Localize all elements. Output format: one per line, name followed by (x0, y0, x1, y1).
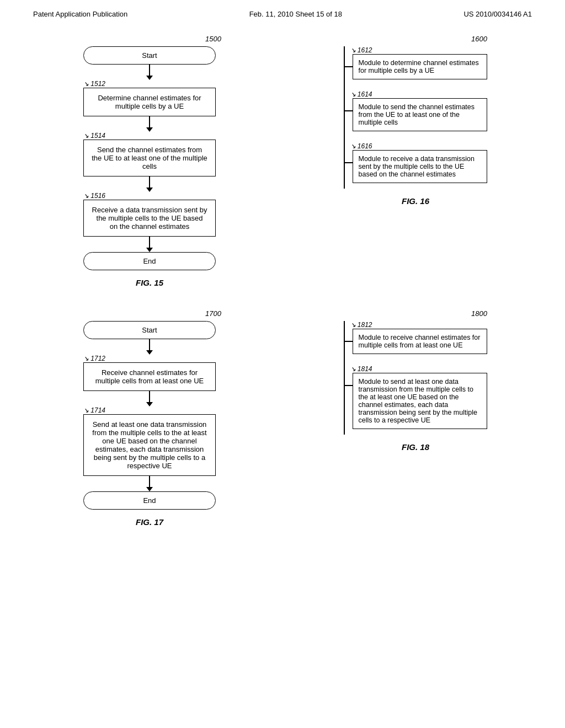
fig18-tick2 (345, 385, 353, 386)
fig15-caption: FIG. 15 (136, 278, 163, 287)
fig16-module3-box: Module to receive a data transmission se… (353, 150, 488, 183)
step1712-label: ↘ 1712 (83, 355, 105, 362)
fig18-diagram: 1800 ↘ 1812 Module (299, 309, 532, 452)
fig16-module1-wrapper: ↘ 1612 Module to determine channel estim… (345, 46, 488, 79)
arrow7 (146, 476, 153, 491)
mod1616-label: ↘ 1616 (350, 142, 372, 150)
arrow1 (146, 65, 153, 80)
fig17-flow: 1700 Start ↘ 1712 Receive channel estima… (33, 309, 266, 510)
arrow5 (146, 339, 153, 355)
fig18-ref: 1800 (471, 309, 487, 318)
fig15-flow: 1500 Start ↘ 1512 Determine channel esti… (33, 35, 266, 270)
fig17-diagram: 1700 Start ↘ 1712 Receive channel estima… (33, 309, 266, 527)
fig16-module1-box: Module to determine channel estimates fo… (353, 54, 488, 79)
fig18-module1-wrapper: ↘ 1812 Module to receive channel estimat… (345, 321, 488, 354)
main-content: 1500 Start ↘ 1512 Determine channel esti… (0, 24, 565, 560)
fig17-start-box: Start (83, 321, 216, 339)
arrow4 (146, 237, 153, 252)
mod1612-label: ↘ 1612 (350, 46, 372, 54)
fig16-diagram: 1600 ↘ 1612 Module (299, 35, 532, 206)
fig18-module1-box: Module to receive channel estimates for … (353, 329, 488, 354)
fig17-caption: FIG. 17 (136, 517, 163, 527)
step1516-label: ↘ 1516 (83, 192, 105, 200)
fig17-step1: Receive channel estimates for multiple c… (83, 362, 216, 391)
page-header: Patent Application Publication Feb. 11, … (0, 0, 565, 24)
fig16-tick2 (345, 110, 353, 111)
fig17-ref: 1700 (205, 309, 221, 318)
fig18-caption: FIG. 18 (402, 442, 429, 452)
fig16-module3-wrapper: ↘ 1616 Module to receive a data transmis… (345, 142, 488, 183)
arrow3 (146, 176, 153, 192)
bottom-diagrams-row: 1700 Start ↘ 1712 Receive channel estima… (33, 309, 532, 527)
fig16-caption: FIG. 16 (402, 196, 429, 206)
fig15-step2: Send the channel estimates from the UE t… (83, 140, 216, 176)
mod1814-label: ↘ 1814 (350, 365, 372, 373)
header-middle: Feb. 11, 2010 Sheet 15 of 18 (249, 10, 342, 18)
top-diagrams-row: 1500 Start ↘ 1512 Determine channel esti… (33, 35, 532, 287)
fig16-ref: 1600 (471, 35, 487, 43)
fig16-modules-stack: ↘ 1612 Module to determine channel estim… (345, 46, 488, 189)
fig15-end-box: End (83, 252, 216, 270)
fig15-step3: Receive a data transmission sent by the … (83, 200, 216, 237)
fig16-module2-wrapper: ↘ 1614 Module to send the channel estima… (345, 90, 488, 131)
fig18-modules-stack: ↘ 1812 Module to receive channel estimat… (345, 321, 488, 435)
step1514-label: ↘ 1514 (83, 132, 105, 140)
mod1614-label: ↘ 1614 (350, 90, 372, 98)
fig15-ref: 1500 (205, 35, 221, 43)
arrow2 (146, 116, 153, 132)
fig17-step2: Send at least one data transmission from… (83, 414, 216, 476)
fig16-module2-box: Module to send the channel estimates fro… (353, 98, 488, 131)
arrow6 (146, 391, 153, 406)
mod1812-label: ↘ 1812 (350, 321, 372, 329)
fig18-module2-wrapper: ↘ 1814 Module to send at least one data … (345, 365, 488, 429)
fig18-tick1 (345, 341, 353, 342)
fig16-tick3 (345, 162, 353, 163)
header-right: US 2010/0034146 A1 (463, 10, 532, 18)
fig15-diagram: 1500 Start ↘ 1512 Determine channel esti… (33, 35, 266, 287)
step1714-label: ↘ 1714 (83, 406, 105, 414)
fig15-step1: Determine channel estimates for multiple… (83, 88, 216, 116)
fig16-tick1 (345, 66, 353, 67)
header-left: Patent Application Publication (33, 10, 127, 18)
fig18-module2-box: Module to send at least one data transmi… (353, 373, 488, 429)
fig17-end-box: End (83, 491, 216, 510)
step1512-label: ↘ 1512 (83, 80, 105, 88)
fig15-start-box: Start (83, 46, 216, 65)
